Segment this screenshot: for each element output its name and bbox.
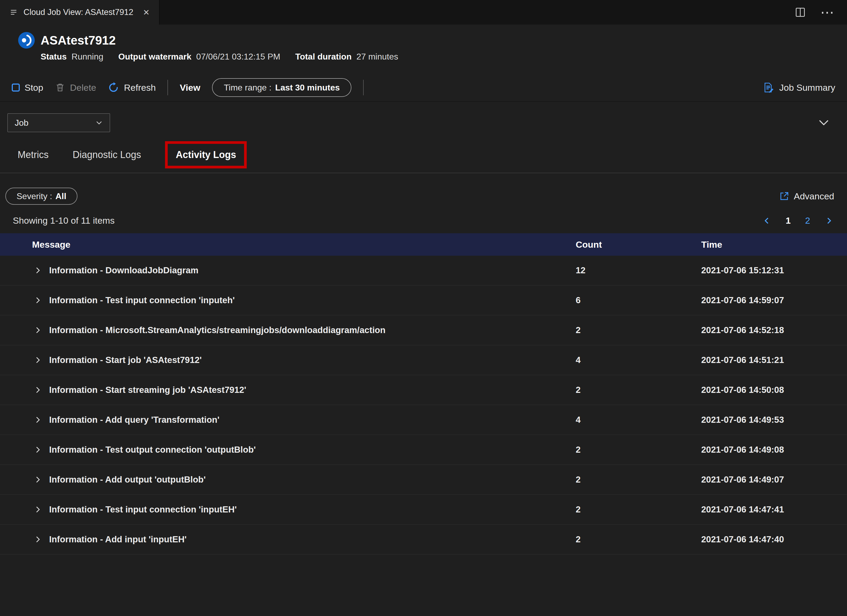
severity-label: Severity : — [16, 192, 52, 201]
advanced-button[interactable]: Advanced — [779, 191, 834, 202]
table-row[interactable]: Information - Add input 'inputEH' 2 2021… — [0, 525, 847, 555]
log-count: 4 — [576, 355, 701, 365]
log-message: Information - Test input connection 'inp… — [49, 504, 237, 514]
watermark-value: 07/06/21 03:12:15 PM — [196, 52, 280, 62]
duration-value: 27 minutes — [357, 52, 398, 62]
status-field: Status Running — [41, 52, 103, 62]
table-row[interactable]: Information - Test input connection 'inp… — [0, 495, 847, 525]
log-count: 2 — [576, 325, 701, 335]
next-page-icon[interactable] — [825, 217, 833, 225]
log-count: 2 — [576, 504, 701, 514]
open-external-icon — [779, 192, 789, 201]
log-time: 2021-07-06 14:49:08 — [701, 445, 847, 455]
editor-tab-cloud-job-view[interactable]: Cloud Job View: ASAtest7912 ✕ — [0, 0, 159, 25]
table-row[interactable]: Information - DownloadJobDiagram 12 2021… — [0, 256, 847, 286]
column-header-time: Time — [701, 239, 847, 250]
pagination: 1 2 — [763, 215, 833, 226]
activity-log-table: Information - DownloadJobDiagram 12 2021… — [0, 256, 847, 555]
severity-filter[interactable]: Severity : All — [5, 188, 77, 205]
log-message: Information - Add output 'outputBlob' — [49, 475, 206, 485]
expand-chevron-icon[interactable] — [34, 535, 42, 544]
expand-chevron-icon[interactable] — [34, 416, 42, 424]
table-row[interactable]: Information - Add query 'Transformation'… — [0, 405, 847, 435]
tab-activity-logs[interactable]: Activity Logs — [176, 149, 236, 160]
log-message: Information - Add query 'Transformation' — [49, 415, 220, 425]
log-time: 2021-07-06 14:47:41 — [701, 504, 847, 514]
stop-icon — [12, 84, 20, 91]
refresh-button[interactable]: Refresh — [108, 82, 156, 93]
duration-field: Total duration 27 minutes — [295, 52, 398, 62]
expand-chevron-icon[interactable] — [34, 475, 42, 484]
split-editor-icon[interactable] — [795, 7, 805, 17]
expand-chevron-icon[interactable] — [34, 386, 42, 394]
table-row[interactable]: Information - Start job 'ASAtest7912' 4 … — [0, 345, 847, 375]
job-summary-button[interactable]: Job Summary — [763, 82, 835, 93]
trash-icon — [55, 83, 65, 93]
list-summary-row: Showing 1-10 of 11 items 1 2 — [0, 215, 847, 226]
expand-chevron-icon[interactable] — [34, 326, 42, 335]
log-message: Information - Start job 'ASAtest7912' — [49, 355, 202, 365]
log-message: Information - Test input connection 'inp… — [49, 295, 235, 305]
log-time: 2021-07-06 14:51:21 — [701, 355, 847, 365]
time-range-label: Time range : — [224, 83, 271, 93]
duration-label: Total duration — [295, 52, 352, 62]
titlebar-actions: ⋯ — [795, 0, 847, 25]
job-header: ASAtest7912 Status Running Output waterm… — [0, 25, 847, 62]
collapse-panel-chevron-icon[interactable] — [817, 116, 830, 129]
close-icon[interactable]: ✕ — [143, 8, 149, 17]
column-header-message: Message — [0, 239, 576, 250]
page-title: ASAtest7912 — [41, 33, 116, 47]
log-count: 12 — [576, 265, 701, 276]
log-time: 2021-07-06 14:52:18 — [701, 325, 847, 335]
refresh-label: Refresh — [124, 83, 156, 93]
items-count-text: Showing 1-10 of 11 items — [13, 215, 115, 226]
log-message: Information - Start streaming job 'ASAte… — [49, 385, 246, 395]
expand-chevron-icon[interactable] — [34, 445, 42, 454]
severity-value: All — [55, 192, 66, 201]
job-dropdown[interactable]: Job — [7, 113, 110, 132]
column-header-count: Count — [576, 239, 701, 250]
previous-page-icon[interactable] — [763, 217, 771, 225]
expand-chevron-icon[interactable] — [34, 356, 42, 364]
log-message: Information - Add input 'inputEH' — [49, 534, 187, 544]
status-row: Status Running Output watermark 07/06/21… — [41, 52, 847, 62]
table-row[interactable]: Information - Start streaming job 'ASAte… — [0, 375, 847, 405]
expand-chevron-icon[interactable] — [34, 505, 42, 514]
toolbar-divider — [363, 80, 364, 95]
expand-chevron-icon[interactable] — [34, 296, 42, 305]
time-range-picker[interactable]: Time range : Last 30 minutes — [212, 78, 351, 97]
table-row[interactable]: Information - Test output connection 'ou… — [0, 435, 847, 465]
log-count: 2 — [576, 445, 701, 455]
stop-button[interactable]: Stop — [12, 83, 43, 93]
expand-chevron-icon[interactable] — [34, 266, 42, 275]
toolbar-divider — [167, 80, 168, 95]
log-count: 2 — [576, 534, 701, 544]
log-count: 4 — [576, 415, 701, 425]
titlebar: Cloud Job View: ASAtest7912 ✕ ⋯ — [0, 0, 847, 25]
log-time: 2021-07-06 14:50:08 — [701, 385, 847, 395]
time-range-value: Last 30 minutes — [275, 83, 340, 93]
tabs-row: Metrics Diagnostic Logs Activity Logs — [0, 137, 847, 173]
log-message: Information - Test output connection 'ou… — [49, 445, 256, 455]
log-time: 2021-07-06 15:12:31 — [701, 265, 847, 276]
chevron-down-icon — [95, 119, 103, 127]
log-count: 2 — [576, 475, 701, 485]
tab-metrics[interactable]: Metrics — [18, 149, 49, 161]
watermark-field: Output watermark 07/06/21 03:12:15 PM — [118, 52, 280, 62]
log-count: 6 — [576, 295, 701, 305]
page-number-2[interactable]: 2 — [805, 215, 810, 226]
document-lines-icon — [10, 8, 18, 16]
table-row[interactable]: Information - Microsoft.StreamAnalytics/… — [0, 315, 847, 345]
refresh-icon — [108, 82, 119, 93]
page-number-1[interactable]: 1 — [786, 215, 791, 226]
toolbar: Stop Delete Refresh View Time range : La — [0, 74, 847, 102]
tab-diagnostic-logs[interactable]: Diagnostic Logs — [72, 149, 141, 161]
editor-tab-title: Cloud Job View: ASAtest7912 — [24, 7, 133, 17]
status-label: Status — [41, 52, 67, 62]
stream-analytics-logo-icon — [18, 32, 35, 49]
job-dropdown-value: Job — [15, 118, 29, 128]
table-header-row: Message Count Time — [0, 233, 847, 256]
table-row[interactable]: Information - Add output 'outputBlob' 2 … — [0, 465, 847, 495]
table-row[interactable]: Information - Test input connection 'inp… — [0, 286, 847, 315]
delete-button[interactable]: Delete — [55, 83, 96, 93]
